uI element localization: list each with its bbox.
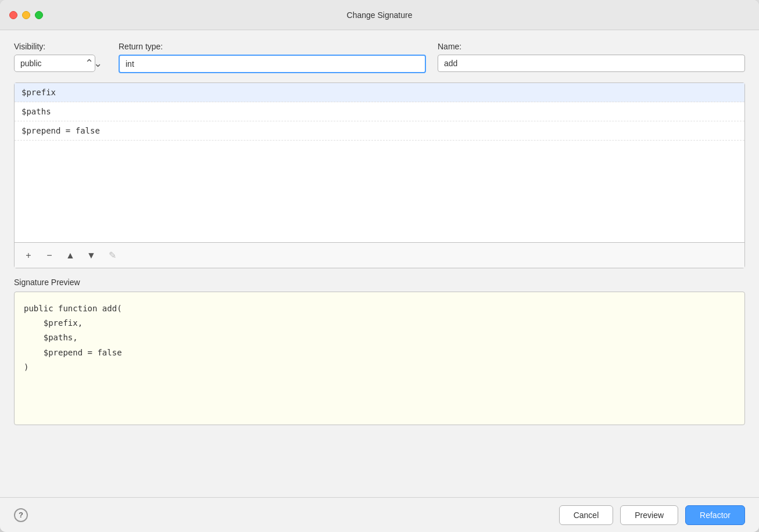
return-type-label: Return type: [119, 42, 426, 51]
visibility-group: Visibility: public protected private ⌃⌄ [14, 42, 107, 72]
help-button[interactable]: ? [14, 508, 28, 522]
name-label: Name: [438, 42, 745, 51]
window-title: Change Signature [347, 10, 413, 20]
params-toolbar: + − ▲ ▼ ✎ [15, 242, 744, 268]
titlebar: Change Signature [0, 0, 759, 30]
list-item[interactable]: $paths [15, 102, 744, 121]
name-input[interactable] [438, 55, 745, 72]
preview-button[interactable]: Preview [620, 505, 678, 525]
cancel-button[interactable]: Cancel [559, 505, 614, 525]
refactor-button[interactable]: Refactor [685, 505, 745, 525]
params-table-container: $prefix $paths $prepend = false + − ▲ ▼ … [14, 82, 745, 268]
return-type-input[interactable] [119, 55, 426, 73]
dialog-content: Visibility: public protected private ⌃⌄ … [0, 30, 759, 497]
footer-left: ? [14, 508, 28, 522]
dialog-footer: ? Cancel Preview Refactor [0, 497, 759, 532]
add-param-button[interactable]: + [20, 247, 37, 264]
list-item[interactable]: $prefix [15, 83, 744, 102]
maximize-button[interactable] [35, 11, 43, 19]
dialog-window: Change Signature Visibility: public prot… [0, 0, 759, 532]
close-button[interactable] [9, 11, 17, 19]
traffic-lights [9, 11, 43, 19]
list-item[interactable]: $prepend = false [15, 121, 744, 141]
remove-param-button[interactable]: − [41, 247, 58, 264]
name-group: Name: [438, 42, 745, 72]
visibility-select-wrapper: public protected private ⌃⌄ [14, 55, 107, 72]
form-row: Visibility: public protected private ⌃⌄ … [14, 42, 745, 73]
signature-preview-code: public function add( $prefix, $paths, $p… [14, 292, 745, 425]
signature-preview-label: Signature Preview [14, 278, 745, 287]
visibility-select[interactable]: public protected private [14, 55, 95, 72]
move-down-button[interactable]: ▼ [83, 247, 99, 264]
return-type-group: Return type: [119, 42, 426, 73]
params-table: $prefix $paths $prepend = false [15, 83, 744, 242]
signature-section: Signature Preview public function add( $… [14, 278, 745, 425]
edit-param-button[interactable]: ✎ [104, 247, 120, 264]
minimize-button[interactable] [22, 11, 30, 19]
footer-right: Cancel Preview Refactor [559, 505, 745, 525]
visibility-label: Visibility: [14, 42, 107, 51]
move-up-button[interactable]: ▲ [62, 247, 78, 264]
